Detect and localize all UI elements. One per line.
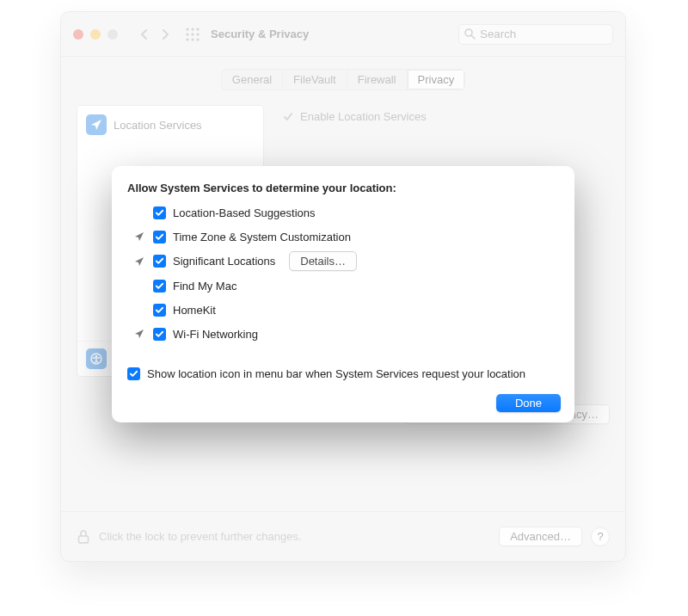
checkbox[interactable] — [127, 367, 140, 380]
show-menubar-icon-row: Show location icon in menu bar when Syst… — [127, 367, 559, 380]
location-arrow-icon — [132, 329, 146, 339]
details-button[interactable]: Details… — [289, 251, 357, 271]
checkbox[interactable] — [153, 280, 166, 293]
option-label: HomeKit — [173, 304, 216, 317]
system-services-sheet: Allow System Services to determine your … — [112, 166, 574, 422]
option-location-based-suggestions: Location-Based Suggestions — [132, 203, 559, 222]
option-find-my-mac: Find My Mac — [132, 276, 559, 295]
option-label: Find My Mac — [173, 280, 236, 293]
checkbox[interactable] — [153, 231, 166, 243]
option-significant-locations: Significant Locations Details… — [132, 251, 559, 271]
show-menubar-icon-label: Show location icon in menu bar when Syst… — [147, 367, 525, 380]
location-arrow-icon — [132, 256, 146, 267]
option-label: Wi-Fi Networking — [173, 328, 258, 341]
options-list: Location-Based Suggestions Time Zone & S… — [132, 203, 559, 343]
sheet-heading: Allow System Services to determine your … — [127, 182, 559, 194]
checkbox[interactable] — [153, 328, 166, 341]
checkbox[interactable] — [153, 206, 166, 219]
sheet-footer: Done — [496, 394, 561, 412]
done-button[interactable]: Done — [496, 394, 561, 412]
location-arrow-icon — [132, 231, 146, 242]
checkbox[interactable] — [153, 304, 166, 317]
option-homekit: HomeKit — [132, 300, 559, 319]
option-label: Location-Based Suggestions — [173, 206, 316, 219]
checkbox[interactable] — [153, 255, 166, 268]
option-time-zone: Time Zone & System Customization — [132, 227, 559, 246]
option-label: Time Zone & System Customization — [173, 231, 351, 243]
option-label: Significant Locations — [173, 255, 275, 268]
option-wifi-networking: Wi-Fi Networking — [132, 324, 559, 343]
